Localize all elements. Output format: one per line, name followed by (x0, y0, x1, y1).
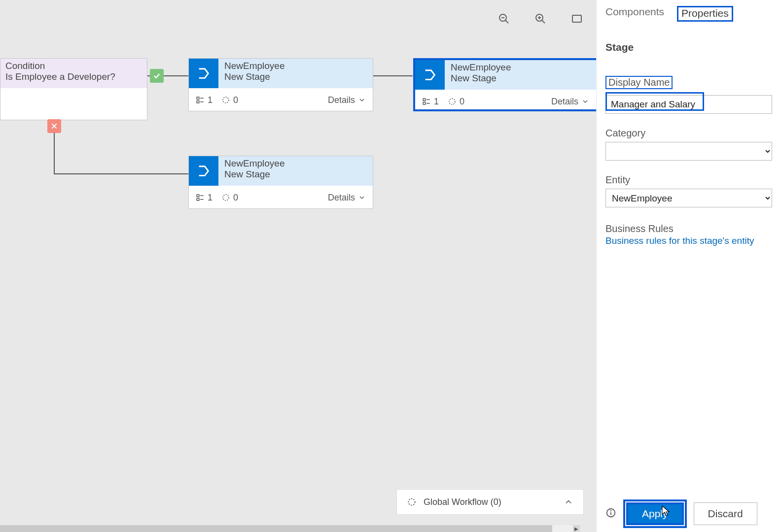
chevron-down-icon (358, 96, 366, 104)
stage-node[interactable]: NewEmployee New Stage 1 0 (188, 156, 373, 209)
stage-node[interactable]: NewEmployee New Stage 1 0 (188, 58, 373, 111)
stage-name: New Stage (224, 169, 285, 180)
details-button[interactable]: Details (328, 193, 366, 203)
steps-count: 1 (196, 193, 213, 203)
chevron-down-icon (581, 98, 589, 105)
svg-line-4 (542, 20, 545, 23)
svg-rect-12 (197, 101, 199, 103)
triggers-count: 0 (221, 193, 238, 203)
condition-no-badge (47, 119, 61, 133)
display-name-label: Display Name (605, 76, 673, 89)
connector-line (54, 130, 55, 174)
apply-button[interactable]: Apply (626, 502, 684, 525)
panel-title: Stage (605, 41, 772, 53)
svg-point-19 (449, 99, 455, 104)
svg-rect-10 (197, 97, 199, 100)
svg-rect-17 (423, 102, 426, 105)
scrollbar-thumb[interactable] (0, 525, 552, 532)
stage-entity: NewEmployee (451, 62, 511, 73)
stage-icon (415, 60, 445, 90)
business-rules-link[interactable]: Business rules for this stage's entity (605, 235, 754, 246)
tab-components[interactable]: Components (605, 6, 664, 22)
zoom-out-icon[interactable] (498, 13, 510, 25)
business-rules-label: Business Rules (605, 223, 772, 234)
stage-name: New Stage (451, 73, 511, 84)
chevron-up-icon[interactable] (564, 497, 573, 507)
display-name-input[interactable] (605, 95, 772, 114)
global-workflow-label: Global Workflow (0) (424, 497, 501, 507)
stage-entity: NewEmployee (224, 61, 285, 71)
zoom-in-icon[interactable] (534, 13, 546, 25)
chevron-down-icon (358, 194, 366, 201)
steps-count: 1 (422, 97, 439, 107)
stage-icon (189, 156, 218, 186)
condition-header: Condition Is Employee a Developer? (0, 59, 147, 88)
category-select[interactable] (605, 142, 772, 161)
svg-point-24 (223, 195, 229, 200)
stage-name: New Stage (224, 71, 285, 82)
condition-node[interactable]: Condition Is Employee a Developer? (0, 58, 147, 120)
fit-to-screen-icon[interactable] (571, 13, 583, 25)
svg-line-1 (505, 20, 508, 23)
svg-rect-22 (197, 199, 199, 201)
entity-label: Entity (605, 174, 772, 186)
horizontal-scrollbar[interactable]: ▶ (0, 525, 580, 532)
properties-panel: Components Properties Stage Display Name… (596, 0, 781, 532)
stage-node-selected[interactable]: NewEmployee New Stage 1 0 (413, 58, 598, 111)
svg-rect-7 (572, 15, 581, 22)
info-icon[interactable] (605, 507, 616, 521)
condition-text: Is Employee a Developer? (5, 71, 142, 82)
global-workflow-bar[interactable]: Global Workflow (0) (396, 489, 584, 515)
connector-line (54, 173, 188, 174)
connector-line (373, 75, 413, 76)
svg-rect-15 (423, 99, 426, 101)
triggers-count: 0 (221, 95, 238, 105)
designer-canvas[interactable]: Condition Is Employee a Developer? NewEm… (0, 0, 596, 532)
steps-count: 1 (196, 95, 213, 105)
triggers-count: 0 (448, 97, 464, 107)
workflow-icon (407, 497, 417, 507)
details-button[interactable]: Details (328, 95, 366, 105)
tab-properties[interactable]: Properties (677, 6, 733, 22)
stage-icon (189, 59, 218, 88)
discard-button[interactable]: Discard (694, 502, 757, 525)
category-label: Category (605, 128, 772, 139)
stage-entity: NewEmployee (224, 158, 285, 169)
details-button[interactable]: Details (551, 97, 589, 107)
svg-point-28 (611, 510, 611, 511)
entity-select[interactable]: NewEmployee (605, 189, 772, 207)
svg-rect-20 (197, 195, 199, 197)
svg-point-25 (408, 499, 415, 505)
svg-point-14 (223, 97, 229, 103)
condition-label: Condition (5, 61, 142, 71)
condition-yes-badge (150, 69, 164, 83)
scrollbar-right-arrow[interactable]: ▶ (573, 525, 580, 532)
